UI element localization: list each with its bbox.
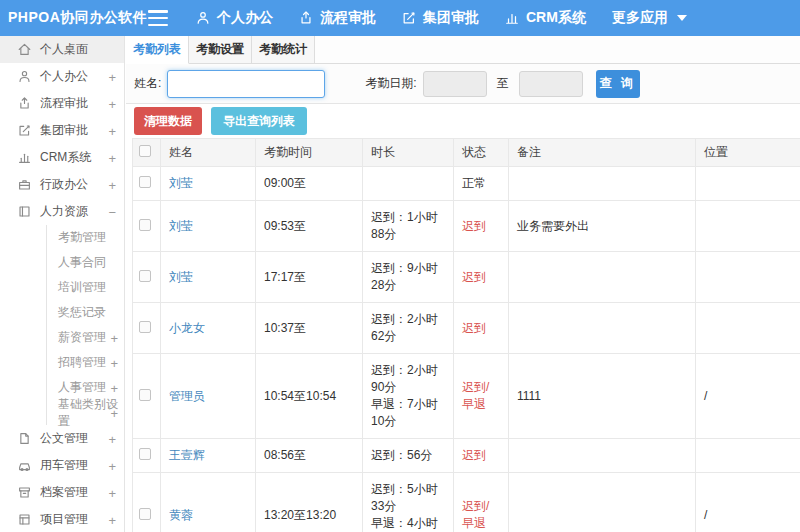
duration-text: 迟到：1小时88分 — [371, 209, 445, 243]
expand-toggle-icon[interactable]: + — [108, 123, 116, 138]
expand-toggle-icon[interactable]: + — [110, 405, 118, 420]
column-header: 考勤时间 — [256, 139, 363, 167]
top-nav-label: 更多应用 — [612, 9, 668, 27]
expand-toggle-icon[interactable]: + — [108, 150, 116, 165]
expand-toggle-icon[interactable]: + — [108, 177, 116, 192]
employee-name-link[interactable]: 刘莹 — [169, 176, 193, 190]
car-icon — [18, 459, 31, 472]
row-checkbox[interactable] — [139, 508, 151, 520]
sidebar-item-10[interactable]: 培训管理 — [46, 275, 124, 300]
sidebar-item-7[interactable]: 人力资源− — [0, 198, 124, 225]
duration-text: 迟到：2小时62分 — [371, 311, 445, 345]
tab-2[interactable]: 考勤设置 — [189, 36, 252, 63]
top-nav-label: 集团审批 — [423, 9, 479, 27]
top-nav-item-1[interactable]: 个人办公 — [196, 9, 273, 27]
note-text: 业务需要外出 — [509, 201, 696, 252]
menu-icon[interactable] — [148, 10, 168, 26]
attendance-time: 17:17至 — [256, 252, 363, 303]
row-checkbox[interactable] — [139, 219, 151, 231]
table-row-7: 黄蓉13:20至13:20迟到：5小时33分早退：4小时67分迟到/早退/ — [133, 473, 800, 532]
sidebar-item-9[interactable]: 人事合同 — [46, 250, 124, 275]
expand-toggle-icon[interactable]: + — [108, 69, 116, 84]
tab-3[interactable]: 考勤统计 — [252, 36, 315, 63]
app-logo[interactable]: PHPOA协同办公软件 — [0, 9, 148, 27]
clean-data-button[interactable]: 清理数据 — [134, 107, 202, 135]
archive-icon — [18, 486, 31, 499]
table-row-3: 刘莹17:17至迟到：9小时28分迟到 — [133, 252, 800, 303]
attendance-time: 10:54至10:54 — [256, 354, 363, 439]
sidebar-item-17[interactable]: 用车管理+ — [0, 452, 124, 479]
search-form: 姓名: 考勤日期: 至 查 询 — [126, 64, 800, 104]
row-checkbox[interactable] — [139, 176, 151, 188]
sidebar-item-5[interactable]: CRM系统+ — [0, 144, 124, 171]
expand-toggle-icon[interactable]: − — [108, 204, 116, 219]
column-header: 时长 — [363, 139, 454, 167]
expand-toggle-icon[interactable]: + — [108, 512, 116, 527]
employee-name-link[interactable]: 王壹辉 — [169, 448, 205, 462]
row-checkbox[interactable] — [139, 321, 151, 333]
sidebar-item-11[interactable]: 奖惩记录 — [46, 300, 124, 325]
search-button[interactable]: 查 询 — [596, 70, 640, 98]
status-text: 迟到 — [462, 270, 486, 284]
sidebar-item-6[interactable]: 行政办公+ — [0, 171, 124, 198]
sidebar-item-label: 流程审批 — [40, 95, 88, 112]
expand-toggle-icon[interactable]: + — [108, 458, 116, 473]
expand-toggle-icon[interactable]: + — [108, 485, 116, 500]
attendance-time: 09:00至 — [256, 167, 363, 201]
note-text — [509, 473, 696, 532]
note-text — [509, 303, 696, 354]
row-checkbox[interactable] — [139, 389, 151, 401]
column-header: 状态 — [454, 139, 509, 167]
employee-name-link[interactable]: 小龙女 — [169, 321, 205, 335]
sidebar-item-8[interactable]: 考勤管理 — [46, 225, 124, 250]
home-icon — [18, 43, 31, 56]
select-all-checkbox[interactable] — [139, 145, 151, 157]
sidebar-item-3[interactable]: 流程审批+ — [0, 90, 124, 117]
sidebar-item-4[interactable]: 集团审批+ — [0, 117, 124, 144]
attendance-time: 09:53至 — [256, 201, 363, 252]
top-nav-item-3[interactable]: 集团审批 — [402, 9, 479, 27]
table-row-6: 王壹辉08:56至迟到：56分迟到 — [133, 439, 800, 473]
table-row-5: 管理员10:54至10:54迟到：2小时90分早退：7小时10分迟到/早退111… — [133, 354, 800, 439]
top-nav-item-4[interactable]: CRM系统 — [505, 9, 586, 27]
export-list-button[interactable]: 导出查询列表 — [211, 107, 307, 135]
sidebar-item-2[interactable]: 个人办公+ — [0, 63, 124, 90]
expand-toggle-icon[interactable]: + — [108, 96, 116, 111]
top-nav-item-2[interactable]: 流程审批 — [299, 9, 376, 27]
sidebar-item-label: 用车管理 — [40, 457, 88, 474]
location-text — [696, 303, 800, 354]
sidebar-item-19[interactable]: 项目管理+ — [0, 506, 124, 532]
employee-name-link[interactable]: 黄蓉 — [169, 508, 193, 522]
employee-name-link[interactable]: 刘莹 — [169, 219, 193, 233]
location-text — [696, 167, 800, 201]
expand-toggle-icon[interactable]: + — [110, 380, 118, 395]
sidebar-item-label: 奖惩记录 — [58, 304, 106, 321]
name-label: 姓名: — [134, 75, 161, 92]
employee-name-link[interactable]: 管理员 — [169, 389, 205, 403]
chart-icon — [18, 151, 31, 164]
date-from-input[interactable] — [423, 71, 487, 97]
employee-name-link[interactable]: 刘莹 — [169, 270, 193, 284]
sidebar-item-16[interactable]: 公文管理+ — [0, 425, 124, 452]
sidebar-item-18[interactable]: 档案管理+ — [0, 479, 124, 506]
sidebar-item-13[interactable]: 招聘管理+ — [46, 350, 124, 375]
expand-toggle-icon[interactable]: + — [108, 431, 116, 446]
tab-1[interactable]: 考勤列表 — [126, 36, 189, 64]
sidebar-item-1[interactable]: 个人桌面 — [0, 36, 124, 63]
caret-down-icon — [677, 15, 687, 21]
doc-icon — [18, 432, 31, 445]
sidebar-item-label: 培训管理 — [58, 279, 106, 296]
sidebar-item-label: 招聘管理 — [58, 354, 106, 371]
date-to-input[interactable] — [519, 71, 583, 97]
top-nav-item-5[interactable]: 更多应用 — [612, 9, 687, 27]
expand-toggle-icon[interactable]: + — [110, 330, 118, 345]
sidebar-item-12[interactable]: 薪资管理+ — [46, 325, 124, 350]
expand-toggle-icon[interactable]: + — [110, 355, 118, 370]
row-checkbox[interactable] — [139, 270, 151, 282]
duration-text: 早退：7小时10分 — [371, 396, 445, 430]
row-checkbox[interactable] — [139, 448, 151, 460]
name-input[interactable] — [167, 70, 325, 98]
sidebar-item-15[interactable]: 基础类别设置+ — [46, 400, 124, 425]
sidebar-item-label: CRM系统 — [40, 149, 91, 166]
tab-bar: 考勤列表考勤设置考勤统计 — [126, 36, 800, 64]
